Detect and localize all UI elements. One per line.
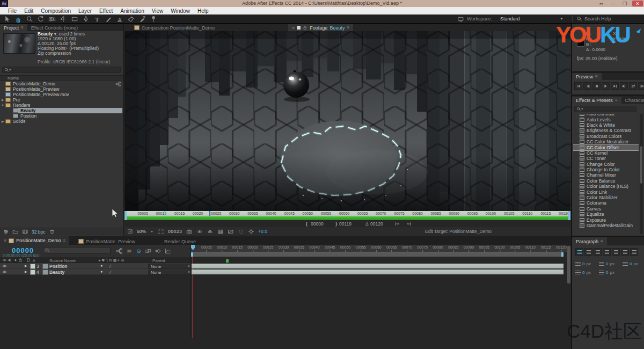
parent-column-header[interactable]: Parent <box>152 258 165 263</box>
tab-footage-viewer[interactable]: × Footage Beauty ≡ <box>288 24 353 31</box>
hand-tool-icon[interactable] <box>13 16 23 23</box>
in-point-value[interactable]: 00000 <box>311 221 324 227</box>
project-item-positionmatte-demo[interactable]: PositionMatte_Demo <box>0 81 123 86</box>
layer-row-beauty[interactable]: ▶4Beauty●∕None▼ <box>0 269 191 275</box>
footage-time-ruler[interactable]: 0000500010000150002000025000300003500040… <box>125 211 570 216</box>
video-column-icon[interactable] <box>2 258 8 263</box>
field-value[interactable]: 0 <box>582 270 584 275</box>
tab-effect-controls[interactable]: Effect Controls (none) <box>27 24 82 31</box>
menu-item-composition[interactable]: Composition <box>37 8 75 14</box>
effect-item-cc-color-offset[interactable]: CC Color Offset <box>573 144 639 150</box>
mask-visibility-icon[interactable] <box>238 229 244 235</box>
footage-playhead[interactable] <box>209 211 210 216</box>
tab-timeline-demo[interactable]: × PositionMatte_Demo ≡ <box>0 236 69 245</box>
project-column-name[interactable]: Name <box>0 75 123 81</box>
layer-twirl-icon[interactable]: ▶ <box>25 264 27 267</box>
roto-brush-tool-icon[interactable] <box>137 16 147 23</box>
eraser-tool-icon[interactable] <box>126 16 135 23</box>
duration-value[interactable]: 00120 <box>370 221 383 227</box>
effect-item-color-link[interactable]: Color Link <box>573 189 639 194</box>
ripple-insert-icon[interactable] <box>394 221 400 227</box>
type-tool-icon[interactable]: T <box>92 16 101 23</box>
audio-column-icon[interactable] <box>8 258 13 263</box>
new-composition-icon[interactable] <box>22 229 28 235</box>
layer-duration-bar[interactable] <box>192 270 564 274</box>
out-point-value[interactable]: 00119 <box>339 221 352 227</box>
align-right-button[interactable] <box>594 248 602 256</box>
project-item-positionmatte-preview[interactable]: PositionMatte_Preview <box>0 86 123 92</box>
project-item-position[interactable]: Position <box>0 113 123 119</box>
last-frame-button[interactable] <box>611 82 619 90</box>
menu-item-animation[interactable]: Animation <box>116 8 148 14</box>
window-extra-icon[interactable]: ▪▪ <box>597 1 605 6</box>
menu-item-edit[interactable]: Edit <box>20 8 37 14</box>
layer-label-color[interactable] <box>30 264 35 269</box>
number-column-header[interactable]: # <box>33 258 35 263</box>
ram-preview-button[interactable] <box>638 82 644 90</box>
label-column-icon[interactable] <box>26 258 31 263</box>
effect-item-equalize[interactable]: Equalize <box>573 212 639 217</box>
effect-item-color-balance[interactable]: Color Balance <box>573 178 639 184</box>
motion-blur-icon[interactable] <box>154 248 162 254</box>
panel-menu-icon[interactable]: ≡ <box>601 239 603 244</box>
hide-shy-layers-icon[interactable] <box>135 248 143 254</box>
exposure-value[interactable]: +0.0 <box>258 229 267 234</box>
effect-item-exposure[interactable]: Exposure <box>573 217 639 222</box>
frame-blending-icon[interactable] <box>144 248 152 254</box>
camera-tool-icon[interactable] <box>47 16 56 23</box>
tab-composition-viewer[interactable]: Composition PositionMatte_Demo <box>130 24 218 31</box>
work-area-bar[interactable] <box>191 252 564 257</box>
menu-item-help[interactable]: Help <box>194 8 213 14</box>
loop-button[interactable] <box>629 82 637 90</box>
menu-item-window[interactable]: Window <box>167 8 194 14</box>
snapshot-icon[interactable] <box>186 229 193 235</box>
tab-render-queue[interactable]: Render Queue <box>160 238 200 245</box>
first-line-indent-field[interactable]: 0px <box>599 261 614 266</box>
search-help-label[interactable]: Search Help <box>584 16 611 21</box>
panel-menu-icon[interactable]: ≡ <box>21 25 24 30</box>
work-area-end-handle[interactable] <box>561 252 564 257</box>
stop-button[interactable] <box>592 82 601 90</box>
justify-all-button[interactable] <box>630 248 638 256</box>
layer-switch-dot[interactable]: ● <box>100 264 103 267</box>
grid-guides-icon[interactable] <box>217 229 224 235</box>
field-value[interactable]: 0 <box>630 261 632 266</box>
pan-behind-tool-icon[interactable] <box>58 16 68 23</box>
twirl-icon[interactable]: ▶ <box>0 98 5 101</box>
minimize-button[interactable]: — <box>609 1 617 6</box>
panel-menu-icon[interactable]: ≡ <box>347 25 349 30</box>
space-after-field[interactable]: 0px <box>599 270 614 275</box>
space-before-field[interactable]: 0px <box>575 270 591 275</box>
effect-item-auto-levels[interactable]: Auto Levels <box>573 117 639 122</box>
draft-3d-icon[interactable]: 3D <box>125 248 133 254</box>
layer-duration-bar[interactable] <box>192 264 564 268</box>
interpret-footage-icon[interactable] <box>3 229 9 235</box>
flowchart-icon[interactable] <box>115 82 121 86</box>
show-channel-icon[interactable] <box>207 229 214 235</box>
effect-item-cc-kernel[interactable]: CC Kernel <box>573 150 639 156</box>
layer-name[interactable]: Beauty <box>49 270 64 275</box>
menu-item-effect[interactable]: Effect <box>96 8 116 14</box>
effect-item-curves[interactable]: Curves <box>573 206 639 212</box>
project-item-positionmatte-preview-mov[interactable]: PositionMatte_Preview.mov <box>0 92 123 97</box>
effects-search-input[interactable]: ▾ <box>574 106 636 112</box>
effect-item-change-color[interactable]: Change Color <box>573 162 639 167</box>
effect-item-cc-color-neutralizer[interactable]: CC Color Neutralizer <box>573 139 639 144</box>
justify-last-right-button[interactable] <box>621 248 629 256</box>
effect-item-broadcast-colors[interactable]: Broadcast Colors <box>573 134 639 139</box>
align-left-button[interactable] <box>575 248 583 256</box>
close-tab-icon[interactable]: × <box>4 238 6 243</box>
tab-preview[interactable]: Preview≡ <box>572 73 602 80</box>
next-frame-button[interactable] <box>602 82 610 90</box>
indent-right-field[interactable]: 0px <box>623 261 638 266</box>
indent-left-field[interactable]: 0px <box>575 261 591 266</box>
field-value[interactable]: 0 <box>606 261 608 266</box>
previous-frame-button[interactable] <box>583 82 591 90</box>
lock-icon[interactable] <box>303 25 308 30</box>
parent-dropdown[interactable]: None▼ <box>148 264 193 269</box>
timeline-ruler[interactable]: 0000500010000150002000025000300003500040… <box>191 245 567 252</box>
overlay-edit-icon[interactable] <box>406 221 412 227</box>
zoom-tool-icon[interactable] <box>25 16 34 23</box>
clone-stamp-tool-icon[interactable] <box>115 16 124 23</box>
project-search-input[interactable]: ▾ <box>2 67 121 73</box>
